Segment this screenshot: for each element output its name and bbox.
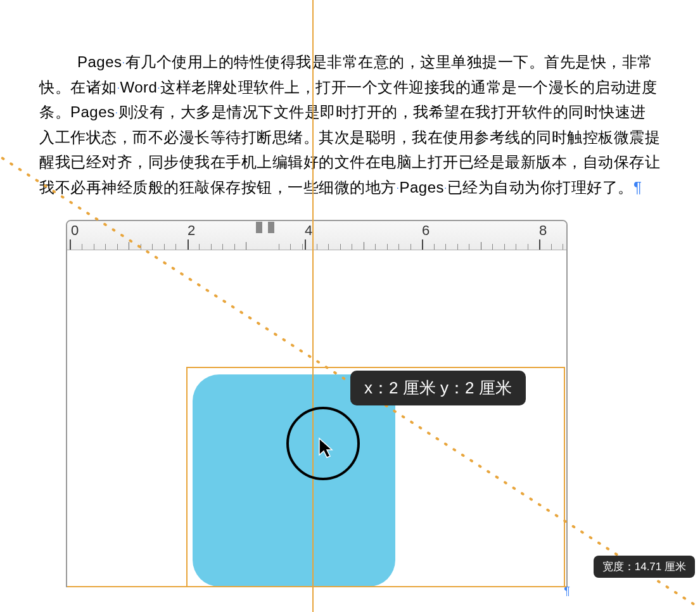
margin-marker-left[interactable] — [256, 222, 262, 233]
ruler-ticks — [67, 238, 566, 250]
horizontal-ruler[interactable]: 0 2 4 6 8 — [67, 221, 566, 250]
ruler-label: 0 — [71, 222, 79, 239]
cursor-arrow-icon — [318, 437, 336, 460]
ruler-label: 2 — [188, 222, 195, 239]
vertical-guide-line — [312, 0, 314, 612]
margin-marker-right[interactable] — [268, 222, 274, 233]
text-segment: Pages — [77, 53, 122, 70]
text-segment: 已经为自动为你打理好了。 — [447, 179, 633, 196]
text-segment: Pages — [70, 103, 115, 120]
text-segment: Pages — [399, 179, 444, 196]
position-tooltip: x：2 厘米 y：2 厘米 — [350, 371, 526, 405]
paragraph-mark-icon: ¶ — [633, 175, 642, 200]
ruler-label: 4 — [305, 222, 312, 239]
horizontal-guide-line — [67, 586, 566, 587]
document-paragraph: Pages·有几个使用上的特性使得我是非常在意的，这里单独提一下。首先是快，非常… — [0, 0, 700, 200]
ruler-label: 8 — [539, 222, 547, 239]
ruler-label: 6 — [422, 222, 430, 239]
rounded-rectangle-shape[interactable] — [193, 374, 395, 587]
width-tooltip: 宽度：14.71 厘米 — [594, 556, 695, 578]
text-segment: Word — [120, 79, 157, 96]
